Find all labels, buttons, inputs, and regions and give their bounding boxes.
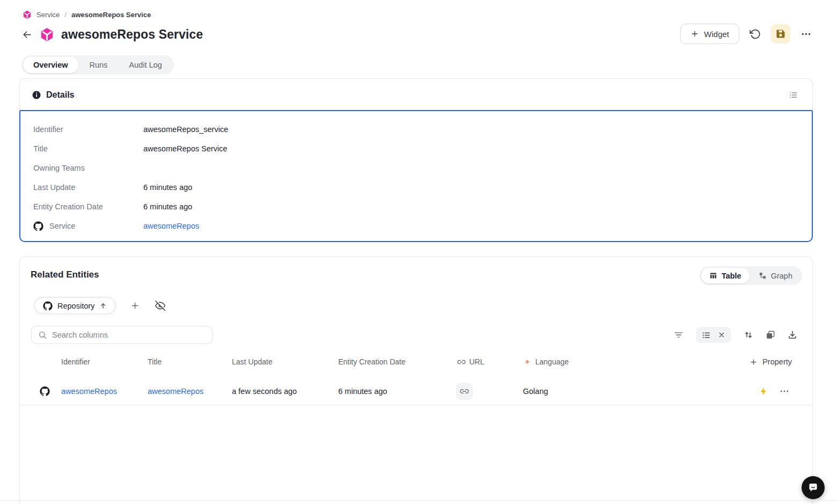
eye-off-icon: [155, 301, 165, 311]
related-entities-title: Related Entities: [31, 269, 99, 280]
copy-button[interactable]: [766, 330, 775, 340]
column-header-url[interactable]: URL: [457, 357, 484, 366]
group-by-control: [696, 327, 731, 343]
tab-runs[interactable]: Runs: [79, 57, 118, 73]
column-header-last-update[interactable]: Last Update: [232, 357, 273, 366]
ellipsis-icon: [779, 386, 790, 397]
ellipsis-icon: [800, 28, 812, 40]
page-tabs: Overview Runs Audit Log: [21, 55, 174, 75]
detail-row: Title awesomeRepos Service: [20, 139, 812, 158]
header-actions: Widget: [680, 24, 812, 44]
details-widget-body[interactable]: Identifier awesomeRepos_service Title aw…: [19, 110, 813, 242]
related-entity-tabs: Repository: [33, 296, 165, 316]
graph-icon: [759, 272, 767, 280]
save-icon: [775, 28, 786, 39]
table-toolbar: [674, 327, 797, 343]
tab-audit-log[interactable]: Audit Log: [119, 57, 172, 73]
breadcrumb-current: awesomeRepos Service: [71, 11, 151, 19]
row-last-update: a few seconds ago: [232, 387, 297, 396]
entity-tab-repository[interactable]: Repository: [34, 297, 115, 314]
entity-tab-container: Repository: [33, 296, 117, 316]
entity-tab-label: Repository: [57, 302, 94, 310]
detail-row: Owning Teams: [20, 158, 812, 178]
bolt-icon: [759, 386, 768, 396]
github-icon: [40, 386, 50, 396]
add-related-entity-button[interactable]: [130, 301, 140, 310]
group-list-button[interactable]: [702, 331, 711, 340]
clear-group-button[interactable]: [718, 331, 725, 339]
github-icon: [33, 221, 43, 231]
copy-icon: [766, 330, 775, 340]
search-columns-input[interactable]: [31, 326, 213, 344]
detail-row: Identifier awesomeRepos_service: [20, 120, 812, 139]
details-view-list-button[interactable]: [789, 90, 798, 100]
table-icon: [709, 272, 717, 280]
row-identifier-link[interactable]: awesomeRepos: [61, 387, 117, 396]
back-button[interactable]: [21, 29, 33, 40]
breadcrumb-separator: /: [64, 11, 67, 19]
add-widget-button[interactable]: Widget: [680, 24, 739, 44]
back-arrow-icon: [21, 29, 33, 40]
row-language: Golang: [523, 387, 548, 396]
row-title-link[interactable]: awesomeRepos: [148, 387, 203, 396]
close-icon: [718, 331, 725, 339]
detail-label: Owning Teams: [33, 164, 143, 172]
view-toggle-table[interactable]: Table: [701, 268, 749, 283]
download-button[interactable]: [788, 330, 797, 340]
detail-label: Last Update: [33, 183, 143, 192]
detail-row: Entity Creation Date 6 minutes ago: [20, 197, 812, 216]
breadcrumb: Service / awesomeRepos Service: [23, 10, 151, 19]
details-title-group: Details: [32, 90, 74, 100]
page-title: awesomeRepos Service: [61, 27, 203, 42]
chat-bubble-icon: [807, 481, 819, 494]
row-quick-action-button[interactable]: [759, 386, 768, 396]
github-icon: [43, 301, 53, 311]
diamond-icon: [523, 357, 532, 366]
link-icon: [457, 358, 465, 366]
detail-label: Service: [33, 221, 143, 231]
service-entity-page: Service / awesomeRepos Service awesomeRe…: [0, 0, 837, 504]
list-icon: [702, 331, 711, 340]
breadcrumb-root[interactable]: Service: [37, 11, 60, 19]
list-icon: [789, 90, 798, 100]
filter-button[interactable]: [674, 330, 683, 340]
column-header-title[interactable]: Title: [148, 357, 162, 366]
add-property-button[interactable]: Property: [749, 357, 792, 366]
support-chat-button[interactable]: [802, 476, 825, 499]
plus-icon: [749, 358, 758, 366]
detail-value: 6 minutes ago: [143, 183, 192, 192]
column-header-entity-creation-date[interactable]: Entity Creation Date: [338, 357, 405, 366]
more-options-button[interactable]: [800, 28, 812, 40]
detail-label: Entity Creation Date: [33, 202, 143, 211]
row-url-link-button[interactable]: [456, 383, 473, 400]
view-toggle-graph[interactable]: Graph: [751, 268, 800, 283]
table-row[interactable]: awesomeRepos awesomeRepos a few seconds …: [20, 377, 812, 405]
detail-row: Last Update 6 minutes ago: [20, 178, 812, 197]
table-header-row: Identifier Title Last Update Entity Crea…: [20, 353, 812, 371]
sort-button[interactable]: [744, 330, 753, 340]
column-header-identifier[interactable]: Identifier: [61, 357, 90, 366]
port-cube-icon: [40, 27, 54, 42]
row-more-options-button[interactable]: [779, 386, 790, 397]
detail-row-service: Service awesomeRepos: [20, 216, 812, 236]
view-toggle: Table Graph: [700, 266, 802, 285]
download-icon: [788, 330, 797, 340]
save-button[interactable]: [771, 24, 790, 43]
viewport-bottom-divider: [0, 500, 837, 501]
tab-overview[interactable]: Overview: [23, 57, 78, 73]
view-toggle-graph-label: Graph: [771, 272, 792, 280]
port-cube-icon: [23, 10, 32, 19]
search-icon: [38, 331, 47, 339]
undo-button[interactable]: [749, 28, 761, 40]
column-header-language[interactable]: Language: [523, 357, 569, 366]
service-entity-link[interactable]: awesomeRepos: [143, 222, 199, 230]
hide-related-button[interactable]: [155, 301, 165, 311]
undo-icon: [749, 28, 761, 40]
link-icon: [460, 387, 469, 396]
detail-value: 6 minutes ago: [143, 202, 192, 211]
search-columns: [31, 326, 213, 344]
detail-label: Identifier: [33, 125, 143, 134]
arrow-up-icon: [99, 302, 107, 310]
detail-value: awesomeRepos Service: [143, 144, 227, 153]
detail-value: awesomeRepos_service: [143, 125, 228, 134]
